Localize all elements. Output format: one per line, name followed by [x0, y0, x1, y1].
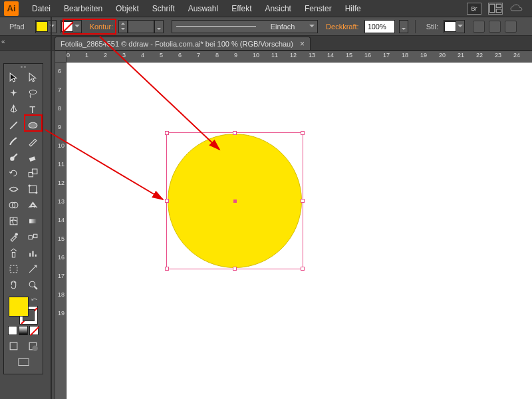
perspective-grid-tool[interactable]: [23, 197, 43, 213]
document-tab-bar: Fotolia_28654551 © ddraw - Fotolia.com.a…: [0, 36, 532, 51]
fill-stroke-control[interactable]: ⤺: [7, 295, 39, 325]
rotate-tool[interactable]: [4, 165, 23, 181]
menu-file[interactable]: Datei: [25, 4, 57, 13]
menu-effect[interactable]: Effekt: [225, 4, 258, 13]
transform-button[interactable]: [505, 21, 517, 33]
mesh-tool[interactable]: [4, 213, 23, 229]
zoom-tool[interactable]: [23, 277, 43, 293]
ruler-tick: 24: [513, 52, 520, 59]
panel-grip-icon[interactable]: [4, 64, 43, 69]
stepper-icon[interactable]: [118, 20, 128, 33]
fill-swatch[interactable]: [35, 20, 57, 33]
ellipse-tool[interactable]: [23, 117, 43, 133]
resize-handle-ne[interactable]: [301, 131, 305, 135]
selection-bounding-box[interactable]: [166, 132, 303, 269]
opacity-label[interactable]: Deckkraft:: [326, 23, 359, 31]
drawing-mode-normal[interactable]: [4, 338, 23, 354]
gradient-tool[interactable]: [23, 213, 43, 229]
graph-tool[interactable]: [23, 245, 43, 261]
artboard-tool[interactable]: [4, 261, 23, 277]
screen-mode-button[interactable]: [4, 354, 43, 370]
color-mode-none[interactable]: [29, 326, 39, 335]
blend-tool[interactable]: [23, 229, 43, 245]
magic-wand-tool[interactable]: [4, 85, 23, 101]
resize-handle-sw[interactable]: [165, 267, 169, 271]
pencil-tool[interactable]: [23, 133, 43, 149]
stroke-swatch[interactable]: [61, 20, 82, 33]
resize-handle-nw[interactable]: [165, 131, 169, 135]
resize-handle-se[interactable]: [301, 267, 305, 271]
dock-handle-icon[interactable]: «: [1, 38, 5, 45]
free-transform-tool[interactable]: [23, 181, 43, 197]
ruler-tick: 6: [58, 68, 61, 74]
selection-tool[interactable]: [4, 69, 23, 85]
eraser-tool[interactable]: [23, 149, 43, 165]
color-mode-gradient[interactable]: [19, 326, 28, 335]
tab-close-icon[interactable]: ×: [300, 39, 305, 49]
ruler-tick: 7: [197, 52, 200, 59]
svg-rect-32: [18, 358, 28, 365]
color-mode-solid[interactable]: [8, 326, 17, 335]
align-button[interactable]: [489, 21, 501, 33]
ruler-tick: 23: [495, 52, 501, 59]
line-tool[interactable]: [4, 117, 23, 133]
bridge-button[interactable]: Br: [467, 3, 481, 15]
center-point[interactable]: [233, 200, 237, 203]
vertical-ruler[interactable]: 678910111213141516171819: [55, 63, 66, 399]
resize-handle-s[interactable]: [233, 267, 237, 271]
ruler-tick: 8: [58, 105, 61, 112]
menu-select[interactable]: Auswahl: [182, 4, 225, 13]
menu-edit[interactable]: Bearbeiten: [57, 4, 109, 13]
svg-point-13: [29, 184, 31, 186]
resize-handle-n[interactable]: [233, 131, 237, 135]
cloud-sync-icon[interactable]: [509, 3, 524, 14]
menu-help[interactable]: Hilfe: [338, 4, 368, 13]
shape-builder-tool[interactable]: [4, 197, 23, 213]
stroke-label[interactable]: Kontur:: [90, 23, 113, 31]
ruler-tick: 18: [402, 52, 408, 59]
opacity-dropdown[interactable]: [399, 20, 408, 33]
ruler-tick: 14: [58, 217, 65, 223]
resize-handle-e[interactable]: [301, 199, 305, 203]
symbol-sprayer-tool[interactable]: [4, 245, 23, 261]
hand-tool[interactable]: [4, 277, 23, 293]
lasso-tool[interactable]: [23, 85, 43, 101]
slice-tool[interactable]: [23, 261, 43, 277]
svg-rect-24: [32, 251, 33, 257]
graphic-style[interactable]: [444, 20, 465, 33]
ruler-origin[interactable]: [55, 51, 66, 63]
direct-selection-tool[interactable]: [23, 69, 43, 85]
opacity-field[interactable]: [364, 20, 395, 33]
pen-tool[interactable]: [4, 101, 23, 117]
stroke-weight-field[interactable]: [128, 20, 154, 33]
menu-window[interactable]: Fenster: [298, 4, 338, 13]
width-tool[interactable]: [4, 181, 23, 197]
svg-rect-1: [496, 4, 501, 7]
type-tool[interactable]: T: [23, 101, 43, 117]
canvas[interactable]: [66, 63, 532, 399]
menu-type[interactable]: Schrift: [146, 4, 182, 13]
svg-point-27: [29, 281, 35, 287]
drawing-mode-behind[interactable]: [23, 338, 43, 354]
menu-view[interactable]: Ansicht: [259, 4, 298, 13]
recolor-button[interactable]: [473, 21, 485, 33]
dropdown-icon[interactable]: [154, 20, 164, 33]
options-bar: Pfad Kontur: Einfach Deckkraft: Stil:: [0, 17, 532, 36]
resize-handle-w[interactable]: [165, 199, 169, 203]
eyedropper-tool[interactable]: [4, 229, 23, 245]
swap-fill-stroke-icon[interactable]: ⤺: [31, 295, 39, 303]
document-tab[interactable]: Fotolia_28654551 © ddraw - Fotolia.com.a…: [55, 37, 311, 50]
stroke-weight[interactable]: [118, 20, 164, 33]
scale-tool[interactable]: [23, 165, 43, 181]
fill-color-box[interactable]: [9, 297, 29, 317]
svg-rect-22: [12, 252, 15, 257]
ruler-tick: 22: [476, 52, 483, 59]
menu-object[interactable]: Objekt: [109, 4, 146, 13]
blob-brush-tool[interactable]: [4, 149, 23, 165]
paintbrush-tool[interactable]: [4, 133, 23, 149]
svg-point-3: [29, 90, 37, 94]
brush-def-dropdown[interactable]: Einfach: [172, 20, 318, 33]
arrange-docs-button[interactable]: [488, 3, 503, 15]
horizontal-ruler[interactable]: 0123456789101112131415161718192021222324: [66, 51, 532, 63]
svg-rect-18: [29, 219, 37, 223]
